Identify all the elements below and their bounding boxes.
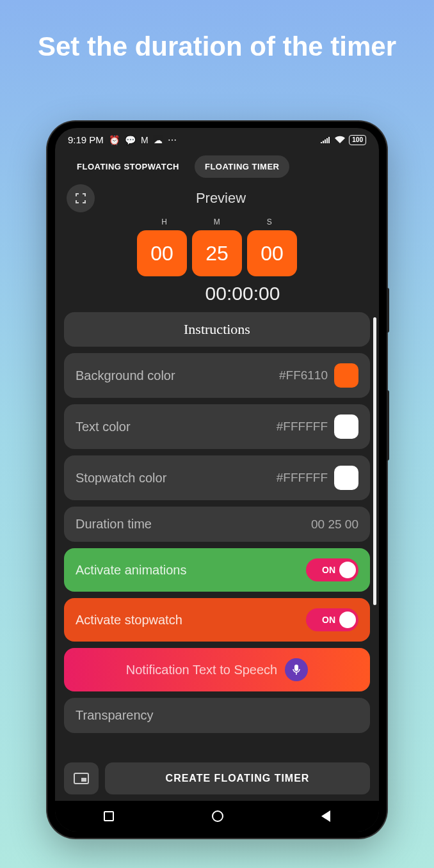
create-timer-button[interactable]: CREATE FLOATING TIMER xyxy=(105,762,370,794)
tts-label: Notification Text to Speech xyxy=(126,663,277,677)
nav-recents[interactable] xyxy=(104,811,114,821)
mic-button[interactable] xyxy=(285,658,308,681)
toggle-knob xyxy=(339,562,356,578)
tab-stopwatch[interactable]: FLOATING STOPWATCH xyxy=(67,155,189,178)
svg-rect-2 xyxy=(81,778,86,782)
nav-bar xyxy=(55,801,379,832)
alarm-icon: ⏰ xyxy=(109,135,120,145)
signal-icon xyxy=(321,135,331,145)
time-hours[interactable]: 00 xyxy=(137,230,187,276)
stopwatch-color-row[interactable]: Stopwatch color #FFFFFF xyxy=(64,455,370,500)
stopwatch-row[interactable]: Activate stopwatch ON xyxy=(64,598,370,642)
stopwatch-toggle[interactable]: ON xyxy=(306,608,358,631)
header-s: S xyxy=(267,217,273,226)
mic-icon xyxy=(292,664,301,675)
animations-toggle[interactable]: ON xyxy=(306,558,358,581)
animations-row[interactable]: Activate animations ON xyxy=(64,548,370,592)
text-color-label: Text color xyxy=(76,420,277,434)
duration-label: Duration time xyxy=(76,517,311,532)
status-time: 9:19 PM xyxy=(68,134,104,145)
toggle-state: ON xyxy=(322,615,335,625)
duration-row[interactable]: Duration time 00 25 00 xyxy=(64,507,370,542)
toggle-state: ON xyxy=(322,565,335,575)
background-color-row[interactable]: Background color #FF6110 xyxy=(64,353,370,398)
instructions-row[interactable]: Instructions xyxy=(64,312,370,347)
expand-icon xyxy=(75,193,86,204)
stopwatch-label: Activate stopwatch xyxy=(76,613,306,627)
battery-icon: 100 xyxy=(349,135,366,145)
nav-home[interactable] xyxy=(212,810,223,822)
stopwatch-color-label: Stopwatch color xyxy=(76,471,277,485)
settings-list: Instructions Background color #FF6110 Te… xyxy=(55,312,379,733)
toggle-knob xyxy=(339,612,356,628)
header-h: H xyxy=(161,217,168,226)
phone-side-button xyxy=(387,288,389,333)
stopwatch-color-swatch[interactable] xyxy=(334,466,358,490)
phone-side-button xyxy=(387,390,389,461)
preview-label: Preview xyxy=(102,190,339,207)
scrollbar[interactable] xyxy=(373,317,376,605)
stopwatch-color-value: #FFFFFF xyxy=(277,471,328,485)
text-color-row[interactable]: Text color #FFFFFF xyxy=(64,404,370,449)
transparency-row[interactable]: Transparency xyxy=(64,698,370,733)
text-color-swatch[interactable] xyxy=(334,414,358,439)
bg-color-swatch[interactable] xyxy=(334,363,358,388)
phone-screen: 9:19 PM ⏰ 💬 M ☁ ⋯ 100 FLOATING STOPWATCH… xyxy=(55,128,379,832)
bg-color-value: #FF6110 xyxy=(279,368,328,383)
instructions-label: Instructions xyxy=(184,321,250,338)
counter-display: 00:00:00 xyxy=(106,283,379,304)
expand-button[interactable] xyxy=(67,184,95,212)
bottom-actions: CREATE FLOATING TIMER xyxy=(64,762,370,794)
phone-frame: 9:19 PM ⏰ 💬 M ☁ ⋯ 100 FLOATING STOPWATCH… xyxy=(47,122,387,838)
more-icon: ⋯ xyxy=(168,135,177,145)
chat-icon: 💬 xyxy=(125,135,136,145)
wifi-icon xyxy=(335,135,345,145)
time-picker: 00 25 00 xyxy=(55,230,379,276)
tts-row[interactable]: Notification Text to Speech xyxy=(64,648,370,691)
pip-icon xyxy=(74,773,89,784)
status-bar: 9:19 PM ⏰ 💬 M ☁ ⋯ 100 xyxy=(55,128,379,149)
text-color-value: #FFFFFF xyxy=(277,420,328,434)
bg-color-label: Background color xyxy=(76,368,279,383)
tab-timer[interactable]: FLOATING TIMER xyxy=(195,155,290,178)
pip-button[interactable] xyxy=(64,762,99,794)
promo-title: Set the duration of the timer xyxy=(0,0,434,75)
mail-icon: M xyxy=(141,135,149,145)
transparency-label: Transparency xyxy=(76,708,358,723)
tabs: FLOATING STOPWATCH FLOATING TIMER xyxy=(55,149,379,182)
svg-rect-0 xyxy=(294,665,298,671)
time-minutes[interactable]: 25 xyxy=(192,230,242,276)
hms-headers: H M S xyxy=(55,217,379,226)
time-seconds[interactable]: 00 xyxy=(247,230,297,276)
duration-value: 00 25 00 xyxy=(311,517,358,532)
cloud-icon: ☁ xyxy=(154,135,163,145)
nav-back[interactable] xyxy=(321,810,330,822)
header-m: M xyxy=(214,217,221,226)
animations-label: Activate animations xyxy=(76,563,306,578)
